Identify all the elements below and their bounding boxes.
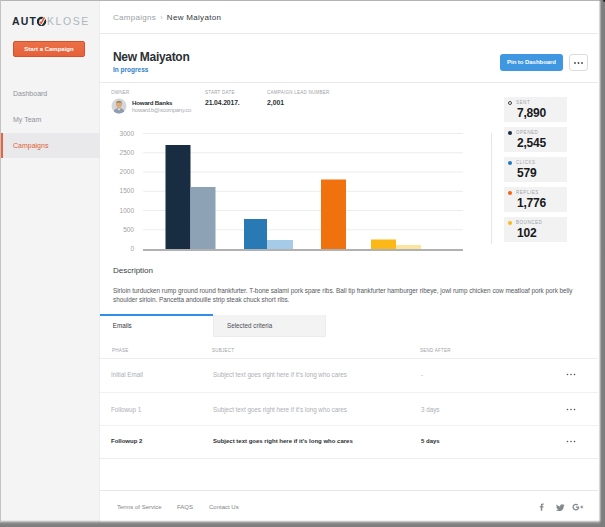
svg-text:2500: 2500 bbox=[120, 149, 135, 156]
svg-text:500: 500 bbox=[123, 226, 134, 233]
svg-text:1000: 1000 bbox=[120, 207, 135, 214]
svg-text:3000: 3000 bbox=[120, 130, 135, 137]
svg-text:1500: 1500 bbox=[120, 187, 135, 194]
svg-text:2000: 2000 bbox=[120, 168, 135, 175]
svg-text:0: 0 bbox=[130, 245, 134, 252]
